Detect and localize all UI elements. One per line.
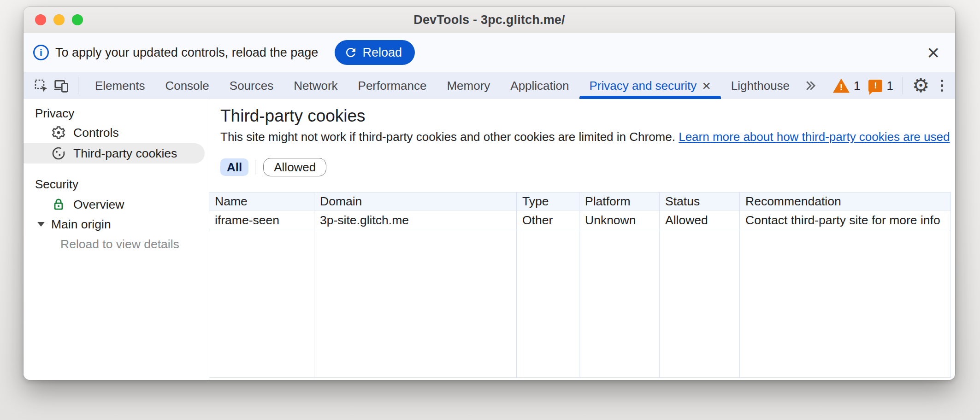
chip-divider <box>255 160 255 175</box>
column-header-name[interactable]: Name <box>209 192 314 210</box>
sidebar-item-overview[interactable]: Overview <box>24 194 205 215</box>
table-empty-area <box>740 230 951 377</box>
warnings-indicator[interactable]: ! 1 <box>833 79 860 93</box>
content-area: Privacy Controls <box>24 99 955 380</box>
issues-bubble-icon: ! <box>868 80 882 92</box>
kebab-menu-icon[interactable] <box>938 77 946 95</box>
table-cell-name[interactable]: iframe-seen <box>209 210 314 230</box>
cookie-icon <box>51 146 66 161</box>
sidebar-item-label: Third-party cookies <box>73 146 177 161</box>
panel-description: This site might not work if third-party … <box>220 130 950 144</box>
toolbar-divider <box>78 77 78 94</box>
sidebar-section-security: Security <box>35 177 78 192</box>
settings-gear-icon[interactable]: ⚙ <box>912 76 930 95</box>
toolbar-divider <box>903 77 903 94</box>
sidebar-item-third-party-cookies[interactable]: Third-party cookies <box>24 143 205 163</box>
warning-triangle-icon: ! <box>833 79 850 93</box>
page-title: Third-party cookies <box>220 106 366 126</box>
tab-memory[interactable]: Memory <box>437 72 500 99</box>
table-empty-area <box>579 230 660 377</box>
tab-performance[interactable]: Performance <box>348 72 437 99</box>
table-empty-area <box>517 230 579 377</box>
issue-count: 1 <box>886 79 893 93</box>
tab-sources[interactable]: Sources <box>219 72 283 99</box>
sidebar-tree-main-origin[interactable]: Main origin <box>37 215 111 233</box>
table-cell-type[interactable]: Other <box>517 210 579 230</box>
table-cell-domain[interactable]: 3p-site.glitch.me <box>314 210 517 230</box>
sidebar-section-privacy: Privacy <box>35 106 74 121</box>
devtools-toolbar: Elements Console Sources Network Perform… <box>24 72 955 99</box>
chevron-double-right-icon[interactable] <box>800 72 820 99</box>
device-toolbar-icon[interactable] <box>51 72 71 99</box>
table-empty-area <box>660 230 740 377</box>
tab-privacy-and-security[interactable]: Privacy and security × <box>579 72 721 99</box>
tab-network[interactable]: Network <box>283 72 348 99</box>
infobar-close-icon[interactable]: × <box>925 42 941 63</box>
refresh-icon <box>344 46 358 59</box>
info-icon: i <box>33 45 49 60</box>
reload-button-label: Reload <box>362 46 402 60</box>
learn-more-link[interactable]: Learn more about how third-party cookies… <box>679 130 950 144</box>
tab-application[interactable]: Application <box>500 72 579 99</box>
issues-indicator[interactable]: ! 1 <box>868 79 893 93</box>
inspect-element-icon[interactable] <box>31 72 51 99</box>
gear-icon <box>51 125 66 140</box>
sidebar-item-controls[interactable]: Controls <box>24 122 205 143</box>
tab-elements[interactable]: Elements <box>85 72 155 99</box>
filter-chip-allowed[interactable]: Allowed <box>263 158 326 176</box>
table-empty-area <box>314 230 517 377</box>
tree-item-label: Main origin <box>51 217 111 232</box>
reload-infobar: i To apply your updated controls, reload… <box>24 33 955 72</box>
tab-close-icon[interactable]: × <box>702 78 711 93</box>
table-cell-status[interactable]: Allowed <box>660 210 740 230</box>
sidebar-item-label: Controls <box>73 126 119 140</box>
reload-button[interactable]: Reload <box>335 40 415 65</box>
column-header-domain[interactable]: Domain <box>314 192 517 210</box>
table-cell-platform[interactable]: Unknown <box>579 210 660 230</box>
description-text: This site might not work if third-party … <box>220 130 675 144</box>
filter-chip-all[interactable]: All <box>220 158 248 176</box>
chevron-down-icon <box>37 222 45 227</box>
privacy-security-sidebar: Privacy Controls <box>24 99 209 380</box>
sidebar-item-label: Overview <box>73 198 124 212</box>
toolbar-right-group: ! 1 ! 1 ⚙ <box>833 72 955 99</box>
table-cell-recommendation[interactable]: Contact third-party site for more info <box>740 210 951 230</box>
column-header-platform[interactable]: Platform <box>579 192 660 210</box>
third-party-cookies-panel: Third-party cookies This site might not … <box>209 99 955 380</box>
infobar-message: To apply your updated controls, reload t… <box>55 46 318 60</box>
filter-chips: All Allowed <box>220 158 326 176</box>
window-title: DevTools - 3pc.glitch.me/ <box>24 13 955 27</box>
warning-count: 1 <box>854 79 860 93</box>
column-header-type[interactable]: Type <box>517 192 579 210</box>
tab-console[interactable]: Console <box>155 72 219 99</box>
column-header-status[interactable]: Status <box>660 192 740 210</box>
devtools-window: DevTools - 3pc.glitch.me/ i To apply you… <box>24 7 955 380</box>
cookies-table: Name Domain Type Platform Status Recomme… <box>209 192 951 378</box>
tab-lighthouse[interactable]: Lighthouse <box>721 72 800 99</box>
tree-detail-text: Reload to view details <box>60 237 179 251</box>
lock-icon <box>51 197 66 212</box>
active-tab-underline <box>579 96 721 99</box>
titlebar: DevTools - 3pc.glitch.me/ <box>24 7 955 33</box>
table-empty-area <box>209 230 314 377</box>
column-header-recommendation[interactable]: Recommendation <box>740 192 951 210</box>
